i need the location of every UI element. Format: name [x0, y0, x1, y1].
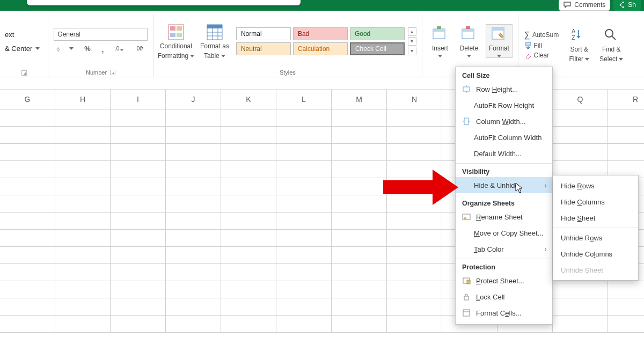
cell[interactable]: [276, 127, 332, 144]
cell[interactable]: [332, 281, 387, 298]
conditional-formatting-button[interactable]: Conditional Formatting: [159, 23, 193, 59]
cell[interactable]: [387, 281, 442, 298]
cell[interactable]: [221, 213, 276, 230]
menu-item-col-width[interactable]: Column Width...: [456, 113, 552, 129]
cell[interactable]: [0, 298, 55, 316]
cell[interactable]: [0, 109, 55, 127]
cell[interactable]: [221, 264, 276, 281]
cell[interactable]: [387, 109, 442, 127]
cell[interactable]: [221, 316, 276, 333]
col-header-N[interactable]: N: [387, 90, 442, 109]
cell[interactable]: [0, 264, 55, 281]
cell[interactable]: [608, 144, 644, 161]
menu-item-autofit-col[interactable]: AutoFit Column Width: [456, 129, 552, 145]
cell[interactable]: [0, 247, 55, 264]
cell[interactable]: [608, 298, 644, 316]
style-cell-bad[interactable]: Bad: [293, 27, 348, 40]
cell[interactable]: [276, 213, 332, 230]
cell[interactable]: [221, 247, 276, 264]
cell[interactable]: [221, 161, 276, 178]
cell[interactable]: [111, 281, 166, 298]
cell[interactable]: [0, 178, 55, 195]
scroll-down-icon[interactable]: ▾: [408, 37, 416, 46]
cell[interactable]: [332, 195, 387, 213]
cell[interactable]: [332, 213, 387, 230]
cell[interactable]: [55, 264, 111, 281]
cell[interactable]: [166, 144, 221, 161]
cell[interactable]: [276, 230, 332, 247]
cell[interactable]: [0, 316, 55, 333]
col-header-G[interactable]: G: [0, 90, 55, 109]
cell[interactable]: [55, 230, 111, 247]
cell[interactable]: [111, 213, 166, 230]
cell[interactable]: [553, 144, 608, 161]
wrap-text-button[interactable]: ext: [2, 29, 17, 41]
cell[interactable]: [387, 247, 442, 264]
submenu-hide-sheet[interactable]: Hide Sheet: [553, 210, 638, 226]
dialog-launcher-icon[interactable]: [21, 70, 27, 76]
cell[interactable]: [55, 144, 111, 161]
cell[interactable]: [55, 298, 111, 316]
scroll-up-icon[interactable]: ▴: [408, 27, 416, 36]
cell[interactable]: [111, 264, 166, 281]
style-cell-good[interactable]: Good: [350, 27, 405, 40]
cell[interactable]: [553, 127, 608, 144]
cell[interactable]: [166, 230, 221, 247]
cell[interactable]: [221, 178, 276, 195]
menu-item-row-height[interactable]: Row Height...: [456, 81, 552, 97]
cell[interactable]: [387, 264, 442, 281]
cell[interactable]: [332, 298, 387, 316]
cell[interactable]: [553, 316, 608, 333]
cell[interactable]: [166, 127, 221, 144]
comma-button[interactable]: ,: [99, 43, 107, 55]
menu-item-move-copy[interactable]: Move or Copy Sheet...: [456, 225, 552, 241]
cell[interactable]: [111, 161, 166, 178]
cell[interactable]: [111, 230, 166, 247]
menu-item-hide-unhide[interactable]: Hide & Unhide: [456, 177, 552, 193]
autosum-button[interactable]: ∑ AutoSum: [524, 30, 561, 40]
cell[interactable]: [111, 195, 166, 213]
cell[interactable]: [387, 316, 442, 333]
cell[interactable]: [608, 109, 644, 127]
cell[interactable]: [166, 298, 221, 316]
col-header-K[interactable]: K: [221, 90, 276, 109]
cell[interactable]: [111, 109, 166, 127]
col-header-Q[interactable]: Q: [553, 90, 608, 109]
cell[interactable]: [166, 109, 221, 127]
number-format-combo[interactable]: General: [54, 28, 148, 41]
cell[interactable]: [166, 195, 221, 213]
cell[interactable]: [332, 144, 387, 161]
comments-button[interactable]: Comments: [559, 0, 610, 11]
menu-item-tab-color[interactable]: Tab Color: [456, 241, 552, 257]
cell[interactable]: [276, 195, 332, 213]
col-header-I[interactable]: I: [111, 90, 166, 109]
cell[interactable]: [276, 247, 332, 264]
style-cell-neutral[interactable]: Neutral: [236, 42, 291, 55]
cell[interactable]: [608, 127, 644, 144]
cell[interactable]: [166, 213, 221, 230]
cell[interactable]: [387, 298, 442, 316]
cell[interactable]: [111, 298, 166, 316]
cell[interactable]: [387, 161, 442, 178]
gallery-expand-icon[interactable]: ▾: [408, 47, 416, 55]
insert-cells-button[interactable]: Insert: [428, 25, 452, 57]
col-header-J[interactable]: J: [166, 90, 221, 109]
cell[interactable]: [553, 281, 608, 298]
fill-button[interactable]: Fill: [524, 41, 544, 50]
cell[interactable]: [111, 178, 166, 195]
cell[interactable]: [55, 213, 111, 230]
style-cell-normal[interactable]: Normal: [236, 27, 291, 40]
cell[interactable]: [0, 213, 55, 230]
cell[interactable]: [276, 264, 332, 281]
cell[interactable]: [332, 264, 387, 281]
menu-item-lock-cell[interactable]: Lock Cell: [456, 289, 552, 305]
submenu-unhide-rows[interactable]: Unhide Rows: [553, 230, 638, 246]
cell[interactable]: [553, 109, 608, 127]
cell[interactable]: [111, 247, 166, 264]
share-button[interactable]: Sh: [613, 0, 641, 11]
accounting-format-button[interactable]: ⎀: [54, 43, 76, 55]
cell[interactable]: [276, 281, 332, 298]
cell[interactable]: [166, 178, 221, 195]
cell[interactable]: [55, 178, 111, 195]
cell[interactable]: [0, 195, 55, 213]
